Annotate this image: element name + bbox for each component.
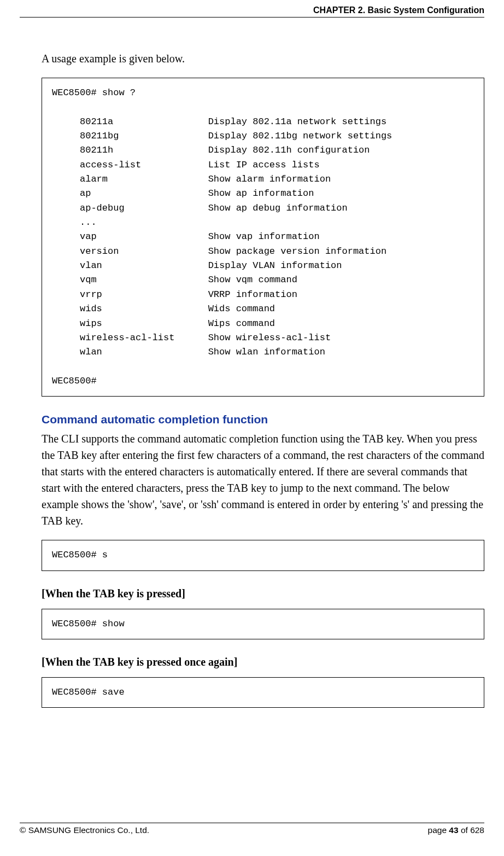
code-block-show: WEC8500# show xyxy=(42,609,484,639)
footer-page-number: page 43 of 628 xyxy=(428,825,484,835)
tab-pressed-note-2: [When the TAB key is pressed once again] xyxy=(42,656,484,668)
section-body: The CLI supports the command automatic c… xyxy=(42,430,484,529)
code-block-s: WEC8500# s xyxy=(42,540,484,570)
intro-paragraph: A usage example is given below. xyxy=(42,50,484,67)
page-footer: © SAMSUNG Electronics Co., Ltd. page 43 … xyxy=(20,823,484,835)
page-content: A usage example is given below. WEC8500#… xyxy=(20,50,484,708)
section-heading: Command automatic completion function xyxy=(42,413,484,426)
code-block-show-help: WEC8500# show ? 80211a Display 802.11a n… xyxy=(42,78,484,397)
chapter-title: CHAPTER 2. Basic System Configuration xyxy=(313,5,484,15)
footer-copyright: © SAMSUNG Electronics Co., Ltd. xyxy=(20,825,149,835)
code-block-save: WEC8500# save xyxy=(42,677,484,708)
page-header: CHAPTER 2. Basic System Configuration xyxy=(20,5,484,18)
tab-pressed-note-1: [When the TAB key is pressed] xyxy=(42,587,484,600)
